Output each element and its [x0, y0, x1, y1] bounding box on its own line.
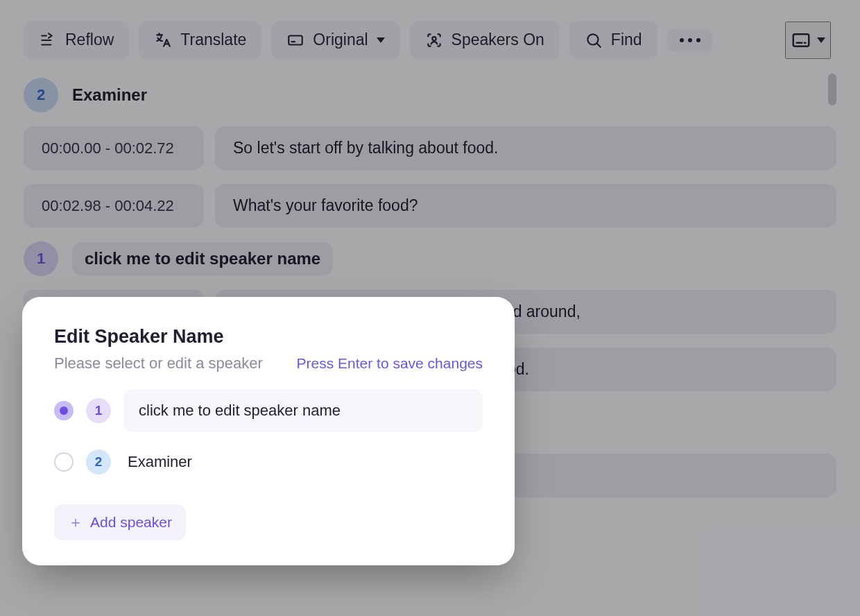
reflow-button[interactable]: Reflow: [24, 21, 129, 59]
add-speaker-button[interactable]: ＋ Add speaker: [54, 504, 186, 540]
translate-button[interactable]: Translate: [139, 21, 261, 59]
add-speaker-label: Add speaker: [90, 514, 172, 531]
chevron-down-icon: [377, 37, 385, 43]
edit-speaker-popover: Edit Speaker Name Please select or edit …: [22, 297, 515, 565]
transcript-text[interactable]: What's your favorite food?: [215, 184, 836, 228]
speaker-name-input[interactable]: [123, 389, 483, 432]
more-button[interactable]: [667, 28, 713, 52]
popover-hint: Press Enter to save changes: [297, 355, 483, 372]
scrollbar-thumb[interactable]: [828, 74, 836, 105]
timestamp[interactable]: 00:02.98 - 00:04.22: [24, 184, 204, 228]
speakers-icon: [425, 31, 443, 49]
speaker-option-name: Examiner: [123, 445, 196, 479]
search-icon: [585, 31, 603, 49]
svg-point-1: [432, 37, 436, 40]
chevron-down-icon: [817, 37, 825, 43]
speaker-header[interactable]: 2Examiner: [24, 78, 836, 112]
reflow-icon: [39, 31, 57, 49]
reflow-label: Reflow: [65, 31, 114, 49]
view-mode-label: Original: [313, 31, 368, 49]
speaker-name[interactable]: click me to edit speaker name: [72, 242, 333, 275]
speaker-header[interactable]: 1click me to edit speaker name: [24, 241, 836, 276]
view-mode-dropdown[interactable]: Original: [271, 21, 399, 59]
svg-point-2: [587, 34, 598, 44]
transcript-line: 00:00.00 - 00:02.72So let's start off by…: [24, 126, 836, 170]
speakers-toggle[interactable]: Speakers On: [410, 21, 560, 59]
layout-icon: [791, 30, 811, 51]
speaker-radio[interactable]: [54, 452, 74, 472]
translate-icon: [154, 31, 172, 49]
speaker-option-badge: 2: [86, 450, 111, 474]
find-label: Find: [611, 31, 642, 49]
popover-subtitle: Please select or edit a speaker: [54, 354, 263, 373]
find-button[interactable]: Find: [569, 21, 657, 59]
subtitle-icon: [286, 31, 304, 49]
toolbar: Reflow Translate Original Speakers On Fi…: [0, 0, 860, 71]
speaker-option-badge: 1: [86, 398, 111, 423]
speaker-badge: 2: [24, 78, 58, 112]
plus-icon: ＋: [68, 515, 83, 530]
more-icon: [680, 38, 700, 42]
speaker-badge: 1: [24, 241, 58, 276]
svg-rect-3: [793, 34, 809, 46]
speakers-label: Speakers On: [452, 31, 544, 49]
svg-rect-0: [289, 35, 303, 44]
timestamp[interactable]: 00:00.00 - 00:02.72: [24, 126, 204, 170]
speaker-option[interactable]: 2Examiner: [54, 445, 483, 479]
speaker-name[interactable]: Examiner: [72, 85, 147, 105]
popover-title: Edit Speaker Name: [54, 326, 483, 348]
speaker-radio[interactable]: [54, 401, 74, 420]
speaker-option[interactable]: 1: [54, 389, 483, 432]
transcript-text[interactable]: So let's start off by talking about food…: [215, 126, 836, 170]
translate-label: Translate: [180, 31, 246, 49]
layout-dropdown[interactable]: [785, 22, 831, 59]
transcript-line: 00:02.98 - 00:04.22What's your favorite …: [24, 184, 836, 228]
